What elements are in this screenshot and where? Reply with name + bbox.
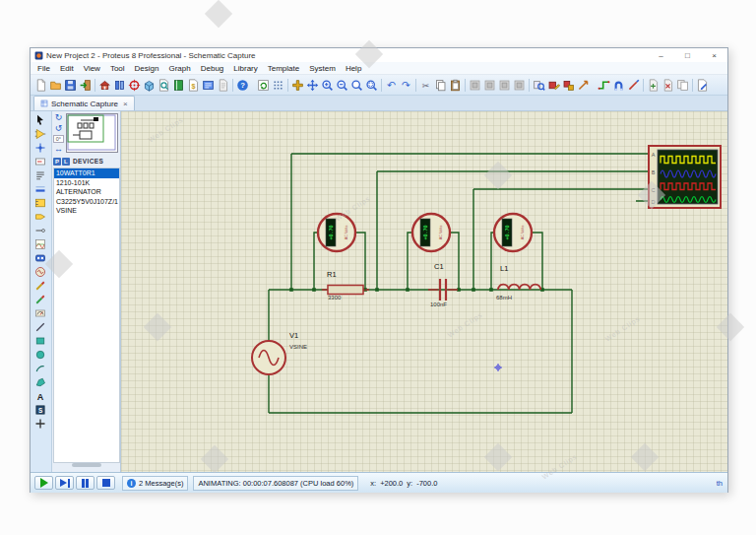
2d-line-tool-icon[interactable] — [32, 320, 48, 334]
decompose-icon[interactable] — [576, 78, 591, 93]
gerber-viewer-icon[interactable] — [157, 78, 171, 93]
menu-help[interactable]: Help — [341, 64, 366, 73]
component-vsine-source[interactable]: V1 VSINE — [252, 331, 307, 374]
false-origin-icon[interactable] — [290, 78, 305, 93]
ac-voltmeter-1[interactable]: +0.70 AC Volts — [314, 214, 365, 290]
home-page-icon[interactable] — [97, 78, 112, 93]
3d-viewer-icon[interactable] — [142, 78, 157, 93]
terminal-mode-icon[interactable] — [32, 210, 48, 224]
device-list-item[interactable]: 1210-101K — [54, 178, 119, 188]
copy-icon[interactable] — [433, 78, 448, 93]
oscilloscope[interactable]: A B C D — [649, 146, 721, 208]
mirror-horizontal-button[interactable]: ↔ — [52, 144, 65, 155]
menu-design[interactable]: Design — [130, 64, 164, 73]
device-list-item[interactable]: VSINE — [54, 206, 119, 216]
remove-sheet-icon[interactable] — [661, 78, 675, 93]
message-panel[interactable]: i 2 Message(s) — [122, 476, 188, 491]
menu-graph[interactable]: Graph — [163, 64, 195, 73]
tape-recorder-mode-icon[interactable] — [32, 251, 48, 265]
redraw-icon[interactable] — [256, 78, 271, 93]
simulation-stop-button[interactable] — [96, 476, 115, 490]
manage-libraries-button[interactable]: L — [62, 158, 70, 166]
make-device-icon[interactable] — [546, 78, 561, 93]
property-assignment-icon[interactable] — [626, 78, 641, 93]
paste-icon[interactable] — [448, 78, 463, 93]
rotation-angle-field[interactable]: 0° — [53, 135, 64, 143]
2d-box-tool-icon[interactable] — [32, 334, 48, 348]
simulation-pause-button[interactable] — [76, 476, 94, 490]
new-project-icon[interactable] — [33, 78, 48, 93]
block-delete-icon[interactable] — [512, 78, 527, 93]
current-probe-mode-icon[interactable] — [32, 293, 48, 306]
new-sheet-icon[interactable] — [216, 78, 230, 93]
simulation-play-button[interactable] — [34, 476, 53, 490]
ac-voltmeter-3[interactable]: +0.70 AC Volts — [491, 214, 542, 290]
zoom-all-icon[interactable] — [349, 78, 364, 93]
open-project-icon[interactable] — [48, 78, 63, 93]
ac-voltmeter-2[interactable]: +0.70 AC Volts — [408, 214, 459, 290]
tab-close-icon[interactable]: × — [123, 100, 128, 108]
wire-label-mode-icon[interactable] — [32, 155, 48, 168]
center-at-cursor-icon[interactable] — [305, 78, 320, 93]
electrical-rule-check-icon[interactable] — [201, 78, 216, 93]
search-and-tag-icon[interactable] — [611, 78, 626, 93]
schematic-capture-icon[interactable] — [112, 78, 127, 93]
menu-edit[interactable]: Edit — [55, 64, 79, 73]
junction-dot-mode-icon[interactable] — [32, 141, 48, 155]
goto-sheet-icon[interactable] — [675, 78, 690, 93]
cut-icon[interactable] — [418, 78, 433, 93]
device-list-item[interactable]: 10WATT0R1 — [54, 168, 119, 178]
component-capacitor[interactable]: C1 100nF — [428, 262, 458, 307]
save-project-icon[interactable] — [63, 78, 78, 93]
2d-circle-tool-icon[interactable] — [32, 348, 48, 362]
2d-symbol-tool-icon[interactable] — [32, 403, 48, 417]
pick-from-libraries-button[interactable]: P — [53, 158, 61, 166]
component-mode-icon[interactable] — [32, 127, 48, 141]
pcb-layout-icon[interactable] — [127, 78, 142, 93]
redo-icon[interactable] — [399, 78, 413, 93]
menu-file[interactable]: File — [32, 64, 55, 73]
2d-arc-tool-icon[interactable] — [32, 362, 48, 375]
2d-text-tool-icon[interactable] — [32, 389, 48, 403]
undo-icon[interactable] — [384, 78, 399, 93]
menu-view[interactable]: View — [79, 64, 105, 73]
2d-path-tool-icon[interactable] — [32, 375, 48, 389]
component-resistor[interactable]: R1 3300 — [322, 270, 369, 301]
packaging-tool-icon[interactable] — [561, 78, 576, 93]
generator-mode-icon[interactable] — [32, 265, 48, 279]
rotate-anticlockwise-button[interactable]: ↺ — [52, 123, 65, 134]
voltage-probe-mode-icon[interactable] — [32, 279, 48, 293]
zoom-area-icon[interactable] — [364, 78, 379, 93]
maximize-button[interactable]: □ — [674, 49, 701, 62]
device-pin-mode-icon[interactable] — [32, 224, 48, 237]
device-list-item[interactable]: ALTERNATOR — [54, 187, 119, 197]
bill-of-materials-icon[interactable] — [186, 78, 201, 93]
design-notes-icon[interactable] — [695, 78, 710, 93]
zoom-out-icon[interactable] — [335, 78, 349, 93]
close-button[interactable]: × — [701, 49, 727, 62]
text-script-mode-icon[interactable] — [32, 168, 48, 182]
zoom-in-icon[interactable] — [320, 78, 335, 93]
schematic-canvas[interactable]: R1 3300 C1 100nF L1 68mH — [121, 111, 727, 472]
component-inductor[interactable]: L1 68mH — [496, 264, 540, 301]
import-project-icon[interactable] — [78, 78, 93, 93]
menu-template[interactable]: Template — [263, 64, 304, 73]
wire-autorouter-icon[interactable] — [597, 78, 611, 93]
new-root-sheet-icon[interactable] — [646, 78, 661, 93]
menu-tool[interactable]: Tool — [105, 64, 130, 73]
block-move-icon[interactable] — [482, 78, 497, 93]
selection-mode-icon[interactable] — [32, 113, 48, 127]
rotate-clockwise-button[interactable]: ↻ — [52, 112, 65, 123]
menu-system[interactable]: System — [304, 64, 341, 73]
minimize-button[interactable]: – — [648, 49, 674, 62]
devices-scrollbar[interactable] — [72, 463, 101, 467]
simulation-step-button[interactable] — [55, 476, 74, 490]
virtual-instruments-mode-icon[interactable] — [32, 306, 48, 320]
subcircuit-mode-icon[interactable] — [32, 196, 48, 210]
graph-mode-icon[interactable] — [32, 237, 48, 251]
menu-debug[interactable]: Debug — [196, 64, 229, 73]
block-rotate-icon[interactable] — [497, 78, 512, 93]
menu-library[interactable]: Library — [228, 64, 262, 73]
pick-device-icon[interactable] — [532, 78, 546, 93]
help-icon[interactable] — [235, 78, 250, 93]
